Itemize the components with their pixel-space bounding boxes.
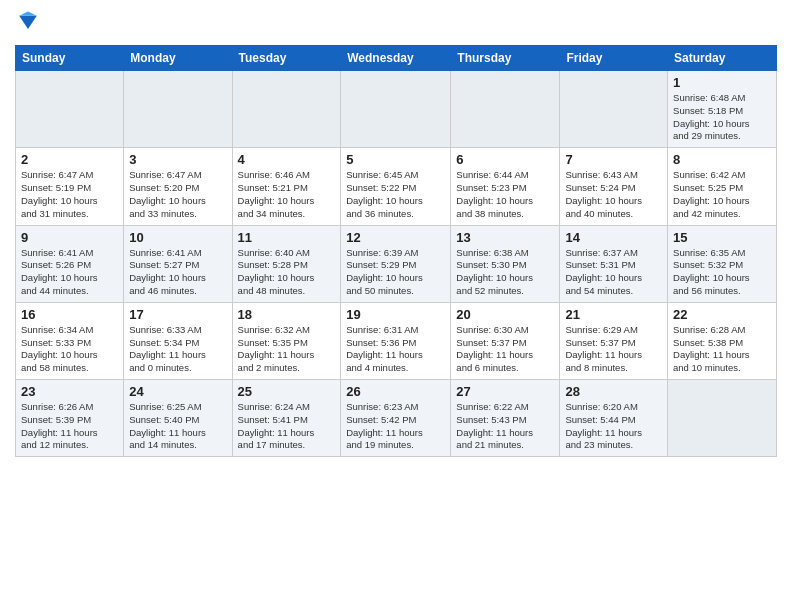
day-number: 6 [456,152,554,167]
calendar-cell [124,71,232,148]
calendar-cell: 7Sunrise: 6:43 AM Sunset: 5:24 PM Daylig… [560,148,668,225]
day-info: Sunrise: 6:47 AM Sunset: 5:20 PM Dayligh… [129,169,226,220]
day-info: Sunrise: 6:40 AM Sunset: 5:28 PM Dayligh… [238,247,336,298]
day-number: 2 [21,152,118,167]
day-info: Sunrise: 6:46 AM Sunset: 5:21 PM Dayligh… [238,169,336,220]
day-number: 18 [238,307,336,322]
day-number: 24 [129,384,226,399]
calendar-cell [668,380,777,457]
logo [15,10,39,37]
calendar-cell: 19Sunrise: 6:31 AM Sunset: 5:36 PM Dayli… [341,302,451,379]
day-number: 14 [565,230,662,245]
day-info: Sunrise: 6:30 AM Sunset: 5:37 PM Dayligh… [456,324,554,375]
day-number: 7 [565,152,662,167]
day-info: Sunrise: 6:31 AM Sunset: 5:36 PM Dayligh… [346,324,445,375]
day-info: Sunrise: 6:45 AM Sunset: 5:22 PM Dayligh… [346,169,445,220]
calendar-cell: 22Sunrise: 6:28 AM Sunset: 5:38 PM Dayli… [668,302,777,379]
calendar-cell: 6Sunrise: 6:44 AM Sunset: 5:23 PM Daylig… [451,148,560,225]
calendar-cell: 20Sunrise: 6:30 AM Sunset: 5:37 PM Dayli… [451,302,560,379]
calendar-cell: 14Sunrise: 6:37 AM Sunset: 5:31 PM Dayli… [560,225,668,302]
day-number: 12 [346,230,445,245]
calendar-cell: 5Sunrise: 6:45 AM Sunset: 5:22 PM Daylig… [341,148,451,225]
day-info: Sunrise: 6:38 AM Sunset: 5:30 PM Dayligh… [456,247,554,298]
day-info: Sunrise: 6:29 AM Sunset: 5:37 PM Dayligh… [565,324,662,375]
day-number: 19 [346,307,445,322]
day-info: Sunrise: 6:43 AM Sunset: 5:24 PM Dayligh… [565,169,662,220]
calendar-cell: 2Sunrise: 6:47 AM Sunset: 5:19 PM Daylig… [16,148,124,225]
calendar-cell: 15Sunrise: 6:35 AM Sunset: 5:32 PM Dayli… [668,225,777,302]
calendar-cell: 3Sunrise: 6:47 AM Sunset: 5:20 PM Daylig… [124,148,232,225]
calendar-cell: 16Sunrise: 6:34 AM Sunset: 5:33 PM Dayli… [16,302,124,379]
day-number: 10 [129,230,226,245]
calendar-cell: 17Sunrise: 6:33 AM Sunset: 5:34 PM Dayli… [124,302,232,379]
day-info: Sunrise: 6:47 AM Sunset: 5:19 PM Dayligh… [21,169,118,220]
logo-icon [17,10,39,32]
calendar-cell [232,71,341,148]
header [15,10,777,37]
day-info: Sunrise: 6:34 AM Sunset: 5:33 PM Dayligh… [21,324,118,375]
day-info: Sunrise: 6:37 AM Sunset: 5:31 PM Dayligh… [565,247,662,298]
day-number: 13 [456,230,554,245]
day-number: 23 [21,384,118,399]
day-info: Sunrise: 6:20 AM Sunset: 5:44 PM Dayligh… [565,401,662,452]
day-info: Sunrise: 6:48 AM Sunset: 5:18 PM Dayligh… [673,92,771,143]
calendar-cell [560,71,668,148]
weekday-header-row: SundayMondayTuesdayWednesdayThursdayFrid… [16,46,777,71]
calendar-week-row-4: 16Sunrise: 6:34 AM Sunset: 5:33 PM Dayli… [16,302,777,379]
day-info: Sunrise: 6:28 AM Sunset: 5:38 PM Dayligh… [673,324,771,375]
day-info: Sunrise: 6:22 AM Sunset: 5:43 PM Dayligh… [456,401,554,452]
day-number: 16 [21,307,118,322]
day-info: Sunrise: 6:24 AM Sunset: 5:41 PM Dayligh… [238,401,336,452]
calendar-week-row-1: 1Sunrise: 6:48 AM Sunset: 5:18 PM Daylig… [16,71,777,148]
day-info: Sunrise: 6:23 AM Sunset: 5:42 PM Dayligh… [346,401,445,452]
day-number: 22 [673,307,771,322]
weekday-header-thursday: Thursday [451,46,560,71]
calendar-cell: 9Sunrise: 6:41 AM Sunset: 5:26 PM Daylig… [16,225,124,302]
calendar-cell [16,71,124,148]
calendar-week-row-2: 2Sunrise: 6:47 AM Sunset: 5:19 PM Daylig… [16,148,777,225]
weekday-header-sunday: Sunday [16,46,124,71]
calendar-cell: 23Sunrise: 6:26 AM Sunset: 5:39 PM Dayli… [16,380,124,457]
calendar-cell: 12Sunrise: 6:39 AM Sunset: 5:29 PM Dayli… [341,225,451,302]
calendar-cell [451,71,560,148]
day-number: 26 [346,384,445,399]
weekday-header-tuesday: Tuesday [232,46,341,71]
day-number: 27 [456,384,554,399]
svg-marker-1 [19,11,37,15]
calendar-cell: 24Sunrise: 6:25 AM Sunset: 5:40 PM Dayli… [124,380,232,457]
day-number: 25 [238,384,336,399]
calendar-cell: 1Sunrise: 6:48 AM Sunset: 5:18 PM Daylig… [668,71,777,148]
day-number: 9 [21,230,118,245]
day-info: Sunrise: 6:25 AM Sunset: 5:40 PM Dayligh… [129,401,226,452]
calendar-cell: 10Sunrise: 6:41 AM Sunset: 5:27 PM Dayli… [124,225,232,302]
calendar-cell: 28Sunrise: 6:20 AM Sunset: 5:44 PM Dayli… [560,380,668,457]
calendar-cell: 27Sunrise: 6:22 AM Sunset: 5:43 PM Dayli… [451,380,560,457]
day-number: 11 [238,230,336,245]
weekday-header-wednesday: Wednesday [341,46,451,71]
day-info: Sunrise: 6:32 AM Sunset: 5:35 PM Dayligh… [238,324,336,375]
day-info: Sunrise: 6:35 AM Sunset: 5:32 PM Dayligh… [673,247,771,298]
weekday-header-saturday: Saturday [668,46,777,71]
day-info: Sunrise: 6:41 AM Sunset: 5:27 PM Dayligh… [129,247,226,298]
day-number: 5 [346,152,445,167]
calendar-cell: 11Sunrise: 6:40 AM Sunset: 5:28 PM Dayli… [232,225,341,302]
calendar-cell: 13Sunrise: 6:38 AM Sunset: 5:30 PM Dayli… [451,225,560,302]
svg-marker-0 [19,16,37,29]
calendar-cell: 18Sunrise: 6:32 AM Sunset: 5:35 PM Dayli… [232,302,341,379]
day-number: 8 [673,152,771,167]
calendar-cell: 26Sunrise: 6:23 AM Sunset: 5:42 PM Dayli… [341,380,451,457]
day-number: 20 [456,307,554,322]
day-info: Sunrise: 6:44 AM Sunset: 5:23 PM Dayligh… [456,169,554,220]
calendar-cell: 25Sunrise: 6:24 AM Sunset: 5:41 PM Dayli… [232,380,341,457]
day-info: Sunrise: 6:42 AM Sunset: 5:25 PM Dayligh… [673,169,771,220]
calendar-week-row-3: 9Sunrise: 6:41 AM Sunset: 5:26 PM Daylig… [16,225,777,302]
calendar-cell [341,71,451,148]
day-info: Sunrise: 6:41 AM Sunset: 5:26 PM Dayligh… [21,247,118,298]
day-info: Sunrise: 6:33 AM Sunset: 5:34 PM Dayligh… [129,324,226,375]
day-number: 21 [565,307,662,322]
day-number: 15 [673,230,771,245]
weekday-header-monday: Monday [124,46,232,71]
day-number: 3 [129,152,226,167]
day-number: 1 [673,75,771,90]
day-info: Sunrise: 6:26 AM Sunset: 5:39 PM Dayligh… [21,401,118,452]
